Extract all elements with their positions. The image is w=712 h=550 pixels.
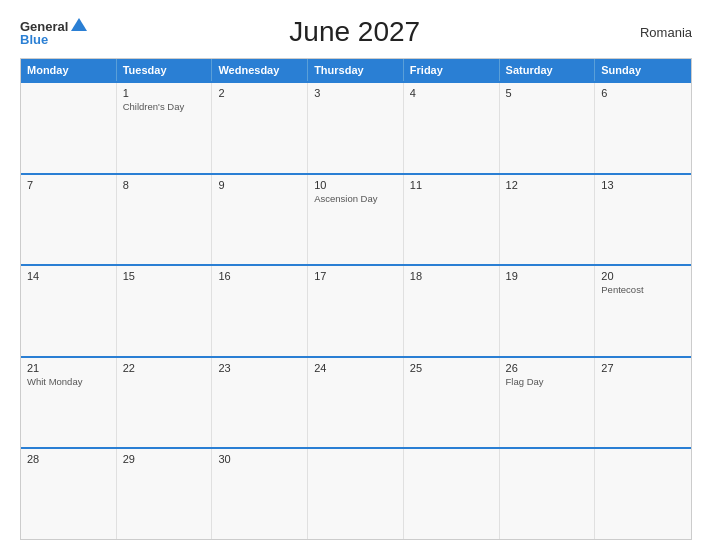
cell-w2-sat: 12 xyxy=(500,175,596,265)
cell-w3-sat: 19 xyxy=(500,266,596,356)
week-2: 7 8 9 10 Ascension Day 11 12 xyxy=(21,173,691,265)
day-num: 22 xyxy=(123,362,206,374)
cell-w5-thu xyxy=(308,449,404,539)
cell-w2-tue: 8 xyxy=(117,175,213,265)
cell-w1-tue: 1 Children's Day xyxy=(117,83,213,173)
day-num: 28 xyxy=(27,453,110,465)
col-tuesday: Tuesday xyxy=(117,59,213,81)
cell-w1-fri: 4 xyxy=(404,83,500,173)
col-thursday: Thursday xyxy=(308,59,404,81)
day-num: 1 xyxy=(123,87,206,99)
day-num: 16 xyxy=(218,270,301,282)
day-num: 21 xyxy=(27,362,110,374)
day-num: 6 xyxy=(601,87,685,99)
cell-w5-tue: 29 xyxy=(117,449,213,539)
day-event: Flag Day xyxy=(506,376,589,388)
cell-w3-sun: 20 Pentecost xyxy=(595,266,691,356)
calendar-header: Monday Tuesday Wednesday Thursday Friday… xyxy=(21,59,691,81)
day-num: 27 xyxy=(601,362,685,374)
cell-w4-sat: 26 Flag Day xyxy=(500,358,596,448)
cell-w5-mon: 28 xyxy=(21,449,117,539)
day-num: 15 xyxy=(123,270,206,282)
day-num: 29 xyxy=(123,453,206,465)
col-sunday: Sunday xyxy=(595,59,691,81)
country-label: Romania xyxy=(622,25,692,40)
col-saturday: Saturday xyxy=(500,59,596,81)
day-num: 5 xyxy=(506,87,589,99)
day-num: 7 xyxy=(27,179,110,191)
cell-w3-fri: 18 xyxy=(404,266,500,356)
logo-blue-text: Blue xyxy=(20,33,48,46)
day-num: 17 xyxy=(314,270,397,282)
week-3: 14 15 16 17 18 19 20 P xyxy=(21,264,691,356)
cell-w3-wed: 16 xyxy=(212,266,308,356)
col-wednesday: Wednesday xyxy=(212,59,308,81)
cell-w3-thu: 17 xyxy=(308,266,404,356)
day-event: Ascension Day xyxy=(314,193,397,205)
day-num: 19 xyxy=(506,270,589,282)
day-num: 2 xyxy=(218,87,301,99)
weeks-container: 1 Children's Day 2 3 4 5 6 xyxy=(21,81,691,539)
cell-w4-thu: 24 xyxy=(308,358,404,448)
day-num: 20 xyxy=(601,270,685,282)
logo: General Blue xyxy=(20,18,87,46)
logo-triangle-icon xyxy=(71,18,87,31)
cell-w4-sun: 27 xyxy=(595,358,691,448)
cell-w1-sun: 6 xyxy=(595,83,691,173)
cell-w1-wed: 2 xyxy=(212,83,308,173)
day-num: 30 xyxy=(218,453,301,465)
day-num: 25 xyxy=(410,362,493,374)
day-num: 18 xyxy=(410,270,493,282)
cell-w2-thu: 10 Ascension Day xyxy=(308,175,404,265)
cell-w3-tue: 15 xyxy=(117,266,213,356)
calendar: Monday Tuesday Wednesday Thursday Friday… xyxy=(20,58,692,540)
page: General Blue June 2027 Romania Monday Tu… xyxy=(0,0,712,550)
day-num: 14 xyxy=(27,270,110,282)
cell-w1-thu: 3 xyxy=(308,83,404,173)
week-4: 21 Whit Monday 22 23 24 25 26 Flag Day xyxy=(21,356,691,448)
day-num: 3 xyxy=(314,87,397,99)
cell-w4-fri: 25 xyxy=(404,358,500,448)
cell-w5-wed: 30 xyxy=(212,449,308,539)
col-monday: Monday xyxy=(21,59,117,81)
day-num: 10 xyxy=(314,179,397,191)
cell-w4-mon: 21 Whit Monday xyxy=(21,358,117,448)
week-1: 1 Children's Day 2 3 4 5 6 xyxy=(21,81,691,173)
cell-w4-tue: 22 xyxy=(117,358,213,448)
day-num: 8 xyxy=(123,179,206,191)
day-num: 4 xyxy=(410,87,493,99)
day-num: 12 xyxy=(506,179,589,191)
col-friday: Friday xyxy=(404,59,500,81)
cell-w2-wed: 9 xyxy=(212,175,308,265)
day-event: Whit Monday xyxy=(27,376,110,388)
cell-w4-wed: 23 xyxy=(212,358,308,448)
calendar-title: June 2027 xyxy=(87,16,622,48)
cell-w5-sun xyxy=(595,449,691,539)
week-5: 28 29 30 xyxy=(21,447,691,539)
day-event: Children's Day xyxy=(123,101,206,113)
day-num: 11 xyxy=(410,179,493,191)
day-event: Pentecost xyxy=(601,284,685,296)
cell-w1-mon xyxy=(21,83,117,173)
day-num: 9 xyxy=(218,179,301,191)
cell-w5-sat xyxy=(500,449,596,539)
cell-w3-mon: 14 xyxy=(21,266,117,356)
cell-w2-fri: 11 xyxy=(404,175,500,265)
day-num: 13 xyxy=(601,179,685,191)
header: General Blue June 2027 Romania xyxy=(20,16,692,48)
day-num: 26 xyxy=(506,362,589,374)
day-num: 24 xyxy=(314,362,397,374)
cell-w2-mon: 7 xyxy=(21,175,117,265)
day-num: 23 xyxy=(218,362,301,374)
cell-w2-sun: 13 xyxy=(595,175,691,265)
cell-w1-sat: 5 xyxy=(500,83,596,173)
cell-w5-fri xyxy=(404,449,500,539)
